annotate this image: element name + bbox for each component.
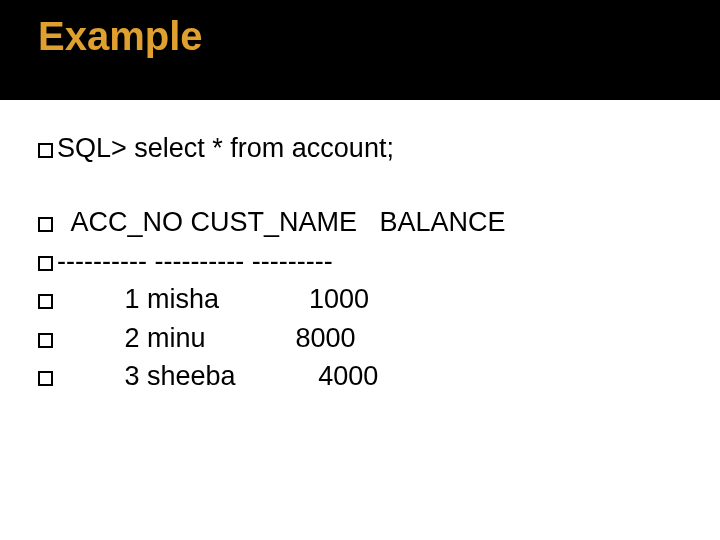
slide-title: Example [38,14,203,59]
table-row: 3 sheeba 4000 [38,358,506,394]
table-row-text: 1 misha 1000 [57,281,369,317]
table-row-text: 2 minu 8000 [57,320,356,356]
table-header-text: ACC_NO CUST_NAME BALANCE [57,204,506,240]
square-bullet-icon [38,143,53,158]
slide-body: SQL> select * from account; ACC_NO CUST_… [38,130,506,397]
table-separator-line: ---------- ---------- --------- [38,243,506,279]
slide: Example SQL> select * from account; ACC_… [0,0,720,540]
square-bullet-icon [38,256,53,271]
sql-query-line: SQL> select * from account; [38,130,506,166]
table-row-text: 3 sheeba 4000 [57,358,378,394]
sql-query-text: SQL> select * from account; [57,130,394,166]
table-header-line: ACC_NO CUST_NAME BALANCE [38,204,506,240]
table-row: 2 minu 8000 [38,320,506,356]
table-separator-text: ---------- ---------- --------- [57,243,333,279]
table-row: 1 misha 1000 [38,281,506,317]
square-bullet-icon [38,217,53,232]
square-bullet-icon [38,371,53,386]
square-bullet-icon [38,294,53,309]
square-bullet-icon [38,333,53,348]
blank-line [38,168,506,204]
title-bar: Example [0,0,720,100]
